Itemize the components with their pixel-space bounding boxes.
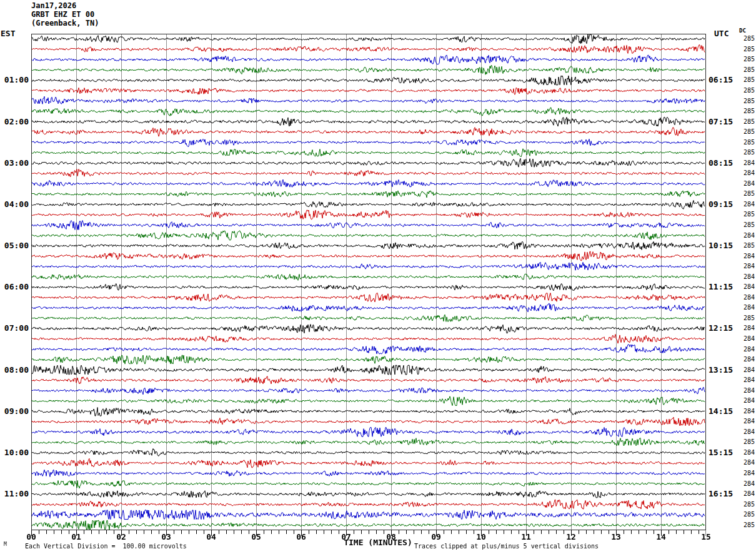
utc-hour-label: 07:15 — [709, 117, 733, 126]
dc-value: 284 — [740, 459, 755, 466]
est-hour-label: 11:00 — [0, 489, 29, 498]
dc-value: 285 — [740, 521, 755, 528]
dc-value: 284 — [740, 232, 755, 239]
x-tick-label: 01 — [69, 532, 84, 541]
dc-value: 285 — [740, 98, 755, 104]
dc-value: 284 — [740, 387, 755, 394]
dc-value: 285 — [740, 76, 755, 83]
right-timezone-label: UTC — [714, 29, 729, 38]
x-tick-label: 03 — [159, 532, 174, 541]
x-tick-label: 14 — [654, 532, 669, 541]
dc-value: 285 — [740, 511, 755, 518]
dc-value: 285 — [740, 128, 755, 135]
dc-value: 284 — [740, 325, 755, 331]
dc-value: 284 — [740, 480, 755, 487]
utc-hour-label: 12:15 — [709, 323, 733, 333]
dc-value: 284 — [740, 449, 755, 456]
dc-value: 285 — [740, 221, 755, 228]
scale-note: Each Vertical Division = 100.00 microvol… — [25, 543, 187, 550]
record-date: Jan17,2026 — [31, 1, 76, 10]
utc-hour-label: 10:15 — [709, 241, 733, 250]
x-tick-label: 05 — [249, 532, 264, 541]
utc-hour-label: 08:15 — [709, 158, 733, 168]
station-location: (Greenback, TN) — [31, 19, 99, 28]
dc-value: 284 — [740, 201, 755, 208]
dc-value: 285 — [740, 190, 755, 197]
dc-value: 285 — [740, 438, 755, 445]
dc-value: 284 — [740, 418, 755, 425]
dc-value: 285 — [740, 108, 755, 114]
dc-value: 284 — [740, 408, 755, 415]
dc-value: 284 — [740, 490, 755, 497]
seismogram-plot[interactable] — [31, 34, 706, 538]
utc-hour-label: 11:15 — [709, 282, 733, 291]
utc-hour-label: 14:15 — [709, 406, 733, 416]
dc-value: 284 — [740, 366, 755, 373]
est-hour-label: 08:00 — [0, 365, 29, 375]
helicorder-page: Jan17,2026 GRBT EHZ ET 00 (Greenback, TN… — [0, 0, 756, 554]
x-tick-label: 13 — [609, 532, 624, 541]
dc-value: 284 — [740, 169, 755, 176]
dc-value: 285 — [740, 149, 755, 156]
dc-value: 284 — [740, 159, 755, 166]
dc-value: 284 — [740, 356, 755, 363]
dc-value: 284 — [740, 346, 755, 353]
x-tick-label: 04 — [204, 532, 219, 541]
dc-value: 284 — [740, 304, 755, 311]
dc-column-header: DC — [739, 28, 746, 34]
est-hour-label: 07:00 — [0, 323, 29, 333]
x-tick-label: 02 — [114, 532, 129, 541]
utc-hour-label: 13:15 — [709, 365, 733, 375]
est-hour-label: 09:00 — [0, 406, 29, 416]
dc-value: 285 — [740, 139, 755, 146]
dc-value: 284 — [740, 273, 755, 280]
utc-hour-label: 09:15 — [709, 199, 733, 209]
dc-value: 284 — [740, 376, 755, 383]
dc-value: 284 — [740, 180, 755, 187]
x-tick-label: 11 — [519, 532, 534, 541]
x-tick-label: 12 — [564, 532, 579, 541]
dc-value: 285 — [740, 66, 755, 73]
dc-value: 285 — [740, 46, 755, 53]
dc-value: 284 — [740, 283, 755, 290]
est-hour-label: 02:00 — [0, 117, 29, 126]
dc-value: 285 — [740, 87, 755, 94]
x-tick-label: 10 — [474, 532, 489, 541]
dc-value: 285 — [740, 315, 755, 321]
dc-value: 284 — [740, 470, 755, 476]
est-hour-label: 10:00 — [0, 448, 29, 457]
dc-value: 285 — [740, 501, 755, 508]
dc-value: 285 — [740, 35, 755, 42]
dc-value: 284 — [740, 294, 755, 301]
utc-hour-label: 15:15 — [709, 448, 733, 457]
x-tick-label: 15 — [699, 532, 714, 541]
est-hour-label: 04:00 — [0, 199, 29, 209]
dc-value: 285 — [740, 118, 755, 125]
dc-value: 284 — [740, 397, 755, 404]
est-hour-label: 05:00 — [0, 241, 29, 250]
station-code: GRBT EHZ ET 00 — [31, 10, 94, 19]
utc-hour-label: 16:15 — [709, 489, 733, 498]
dc-value: 285 — [740, 211, 755, 218]
dc-value: 285 — [740, 56, 755, 63]
clip-note: Traces clipped at plus/minus 5 vertical … — [414, 543, 599, 550]
left-timezone-label: EST — [1, 29, 15, 38]
x-tick-label: 00 — [24, 532, 39, 541]
dc-value: 284 — [740, 263, 755, 269]
dc-value: 284 — [740, 428, 755, 435]
est-hour-label: 01:00 — [0, 75, 29, 84]
corner-mark: M — [4, 541, 7, 547]
dc-value: 285 — [740, 242, 755, 249]
dc-value: 284 — [740, 253, 755, 259]
est-hour-label: 06:00 — [0, 282, 29, 291]
dc-value: 284 — [740, 335, 755, 342]
utc-hour-label: 06:15 — [709, 75, 733, 84]
est-hour-label: 03:00 — [0, 158, 29, 168]
